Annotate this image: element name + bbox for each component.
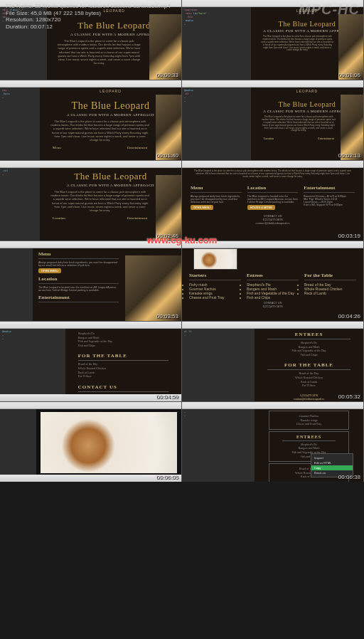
nav-entertainment[interactable]: Entertainment [127,146,147,149]
entrees-title: Entrees [247,273,299,280]
nav-location[interactable]: Location [264,137,274,140]
hours-button[interactable]: HOURS & MORE [247,205,275,210]
col-location-title: Location [247,185,299,193]
starters-title: Starters [189,273,241,280]
timestamp: 00:05:32 [338,394,360,400]
timestamp: 00:04:26 [338,313,360,320]
timestamp: 00:03:53 [156,313,178,320]
player-watermark: MPC-HC [299,1,360,18]
thumb-12[interactable]: …… Gourmet Nachos Karaoke wings Cheese a… [182,402,363,482]
thumb-6[interactable]: The Blue Leopard is the place to come fo… [182,161,363,241]
file-duration: Duration: 00:07:12 [6,23,358,31]
timestamp: 00:06:38 [338,474,360,480]
thumb-11[interactable]: 00:06:05 [0,402,181,482]
thumb-10[interactable]: ul li… Entrees Shepherd's Pie Bangers an… [182,322,363,401]
thumb-7[interactable]: Menu Always prepared daily from fresh in… [0,241,181,321]
table-title: For the Table [304,273,356,280]
col-menu-title: Menu [191,185,242,193]
thumb-9[interactable]: @media…… Shepherd's Pie Bangers and Mash… [0,322,181,401]
timestamp: 00:01:40 [156,152,178,159]
thumb-4[interactable]: @media h1…… LEOPARD The Blue Leopard A C… [182,80,363,160]
thumb-3[interactable]: css.hero… LEOPARD The Blue Leopard A Cla… [0,80,181,160]
timestamp: 00:01:06 [338,72,360,78]
open-menu-button[interactable]: OPEN MENU [191,205,213,210]
thumb-5[interactable]: .col… The Blue Leopard A Classic Pub wit… [0,161,181,241]
timestamp: 00:06:05 [156,474,178,480]
thumb-8[interactable]: Starters Fishy mash Gourmet Nachos Karao… [182,241,363,321]
file-metadata-overlay: File Name: 36 Media queries for featured… [0,0,364,34]
nav-menu[interactable]: Menu [53,146,61,149]
timestamp: 00:02:13 [338,152,360,159]
site-watermark: www.cg-ku.com [0,235,364,245]
timestamp: 00:04:59 [156,394,178,400]
col-ent-title: Entertainment [304,185,355,193]
timestamp: 00:00:33 [156,72,178,78]
